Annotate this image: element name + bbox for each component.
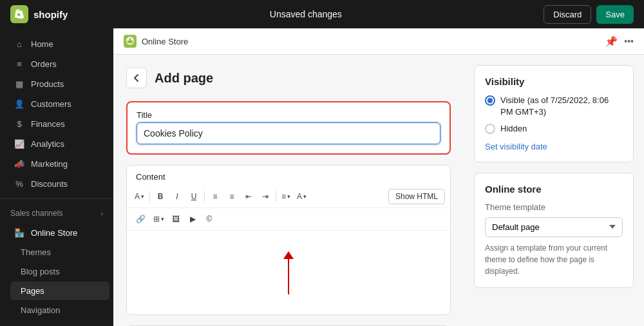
store-header: Online Store 📌 ••• [113,28,644,55]
layout: ⌂ Home ≡ Orders ▦ Products 👤 Customers $… [0,28,644,326]
marketing-icon: 📣 [14,158,24,169]
divider-1 [149,191,150,202]
right-panel: Visibility Visible (as of 7/25/2022, 8:0… [464,55,644,326]
underline-button[interactable]: U [186,188,202,205]
indent-button[interactable]: ⇥ [258,188,273,205]
topbar: shopify Unsaved changes Discard Save [0,0,644,28]
online-store-subsections: Themes Blog posts Pages Navigation Prefe… [6,243,113,326]
outdent-button[interactable]: ⇤ [241,188,256,205]
orders-icon: ≡ [14,59,24,69]
divider-3 [276,191,276,202]
sidebar-item-discounts-label: Discounts [31,179,68,189]
color-dropdown-icon: ▾ [303,193,307,200]
table-dropdown-icon: ▾ [161,216,164,222]
color-icon: A [297,192,302,201]
store-name: Online Store [142,37,188,46]
sidebar-item-customers[interactable]: 👤 Customers [4,94,109,113]
show-html-button[interactable]: Show HTML [388,189,445,204]
sidebar-item-orders-label: Orders [31,59,57,69]
visible-label: Visible (as of 7/25/2022, 8:06 PM GMT+3) [500,95,623,118]
analytics-icon: 📈 [14,139,24,149]
discounts-icon: % [14,178,24,189]
image-button[interactable]: 🖼 [168,211,184,227]
visible-radio[interactable] [485,95,495,106]
set-date-link[interactable]: Set visibility date [485,142,623,151]
theme-template-label: Theme template [485,202,623,212]
main-content: Online Store 📌 ••• Add page [113,28,644,326]
sidebar-item-finances[interactable]: $ Finances [4,114,109,133]
toolbar-row-1: A ▾ B I U ≡ ≡ ⇤ ⇥ ≡ [127,186,450,208]
link-button[interactable]: 🔗 [132,211,149,227]
editor-body[interactable] [127,231,450,314]
divider-2 [204,191,205,202]
store-icon [124,35,137,48]
store-header-left: Online Store [124,35,188,48]
visible-option[interactable]: Visible (as of 7/25/2022, 8:06 PM GMT+3) [485,95,623,118]
content-section: Content A ▾ B I U ≡ ≡ ⇤ ⇥ [126,165,451,315]
page-editor: Add page Title Content A ▾ [113,55,464,326]
sidebar-item-home-label: Home [31,39,53,49]
video-button[interactable]: ▶ [185,211,200,227]
logo-text: shopify [33,9,68,20]
back-header: Add page [126,68,451,88]
sidebar-divider-1 [0,198,113,199]
sidebar-item-navigation[interactable]: Navigation [10,301,109,320]
more-icon[interactable]: ••• [624,36,634,46]
sidebar-item-analytics[interactable]: 📈 Analytics [4,134,109,153]
pin-icon[interactable]: 📌 [605,35,618,48]
sidebar-item-orders[interactable]: ≡ Orders [4,54,109,73]
sidebar-item-products-label: Products [31,79,64,89]
sidebar: ⌂ Home ≡ Orders ▦ Products 👤 Customers $… [0,28,113,326]
bold-button[interactable]: B [153,188,168,205]
align-icon: ≡ [281,192,286,201]
sidebar-item-marketing[interactable]: 📣 Marketing [4,154,109,173]
list-unordered-button[interactable]: ≡ [207,188,223,205]
sidebar-item-marketing-label: Marketing [31,159,68,169]
italic-button[interactable]: I [169,188,185,205]
sales-channels-header[interactable]: Sales channels › [0,204,113,222]
sidebar-item-blog-posts[interactable]: Blog posts [10,262,109,281]
theme-template-select[interactable]: Default page page.contact page.faq [485,217,623,237]
chevron-right-icon: › [101,210,103,217]
finances-icon: $ [14,119,24,129]
unsaved-changes-label: Unsaved changes [78,9,533,19]
snippet-button[interactable]: © [202,211,217,227]
home-icon: ⌂ [14,39,24,49]
sidebar-item-pages[interactable]: Pages [10,282,109,300]
font-label: A [135,192,140,201]
title-input[interactable] [137,122,440,144]
table-icon: ⊞ [153,215,160,224]
shopify-logo-icon [10,5,28,23]
sidebar-item-blog-posts-label: Blog posts [21,267,60,276]
align-select[interactable]: ≡ ▾ [279,188,293,205]
discard-button[interactable]: Discard [544,5,591,24]
sidebar-item-finances-label: Finances [31,119,65,129]
topbar-actions: Discard Save [544,5,634,24]
title-section: Title [126,101,451,155]
save-button[interactable]: Save [596,5,634,24]
hidden-radio[interactable] [485,124,495,134]
page-title: Add page [155,71,213,86]
online-store-card-title: Online store [485,184,623,195]
store-header-right: 📌 ••• [605,35,634,48]
sidebar-item-home[interactable]: ⌂ Home [4,34,109,53]
table-select[interactable]: ⊞ ▾ [151,211,167,227]
sidebar-item-discounts[interactable]: % Discounts [4,174,109,193]
sidebar-item-analytics-label: Analytics [31,139,64,149]
back-button[interactable] [126,68,147,88]
toolbar-font-select[interactable]: A ▾ [132,188,147,205]
theme-template-desc: Assign a template from your current them… [485,242,623,277]
sidebar-item-themes-label: Themes [21,247,51,257]
sidebar-item-products[interactable]: ▦ Products [4,74,109,93]
hidden-option[interactable]: Hidden [485,123,623,135]
sidebar-item-online-store[interactable]: 🏪 Online Store [4,223,109,242]
list-ordered-button[interactable]: ≡ [224,188,240,205]
content-label: Content [127,166,450,186]
sidebar-item-themes[interactable]: Themes [10,243,109,262]
color-select[interactable]: A ▾ [294,188,309,205]
visibility-radio-group: Visible (as of 7/25/2022, 8:06 PM GMT+3)… [485,95,623,135]
sidebar-item-navigation-label: Navigation [21,305,60,315]
sidebar-item-preferences[interactable]: Preferences [10,320,109,326]
sales-channels-label: Sales channels [10,209,62,218]
visibility-card: Visibility Visible (as of 7/25/2022, 8:0… [474,65,634,162]
